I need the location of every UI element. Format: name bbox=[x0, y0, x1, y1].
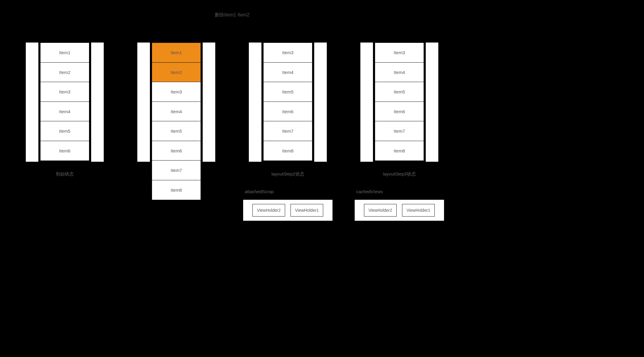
viewholder-chip: ViewHolder1 bbox=[402, 204, 435, 217]
list-item: Item7 bbox=[263, 121, 312, 141]
list-item: Item3 bbox=[40, 82, 89, 102]
list-item: Item5 bbox=[40, 121, 89, 141]
list-item: Item2 bbox=[40, 62, 89, 82]
columns-row: Item1Item2Item3Item4Item5Item6初始状态Item1I… bbox=[0, 12, 464, 221]
viewholder-chip: ViewHolder2 bbox=[252, 204, 285, 217]
list-item: Item1 bbox=[152, 43, 201, 63]
state-column: Item3Item4Item5Item6Item7Item8layoutStep… bbox=[247, 43, 328, 221]
viewport-rail-left bbox=[360, 43, 373, 162]
list-viewport: Item3Item4Item5Item6Item7Item8 bbox=[360, 43, 438, 162]
diagram-canvas: 删除Item1 Item2 Item1Item2Item3Item4Item5I… bbox=[0, 0, 464, 258]
cache-bucket-label: cachedVIews bbox=[354, 189, 444, 194]
cache-bucket: cachedVIewsViewHolder2ViewHolder1 bbox=[354, 189, 444, 221]
list-item: Item6 bbox=[263, 102, 312, 122]
viewport-rail-right bbox=[91, 43, 104, 162]
list-item: Item7 bbox=[152, 160, 201, 180]
diagram-title: 删除Item1 Item2 bbox=[0, 12, 464, 18]
list-item: Item6 bbox=[375, 102, 424, 122]
list-item: Item5 bbox=[263, 82, 312, 102]
column-caption: layoutStep2状态 bbox=[271, 171, 304, 177]
item-list: Item1Item2Item3Item4Item5Item6Item7Item8 bbox=[152, 43, 201, 200]
list-item: Item7 bbox=[375, 121, 424, 141]
cache-bucket-label: attachedScrap bbox=[243, 189, 333, 194]
list-item: Item3 bbox=[375, 43, 424, 63]
viewport-rail-right bbox=[314, 43, 327, 162]
cache-bucket: attachedScrapViewHolder2ViewHolder1 bbox=[243, 189, 333, 221]
column-caption: layoutStep3状态 bbox=[383, 171, 416, 177]
item-list: Item3Item4Item5Item6Item7Item8 bbox=[263, 43, 312, 161]
list-item: Item4 bbox=[152, 102, 201, 122]
cache-bucket-box: ViewHolder2ViewHolder1 bbox=[243, 199, 333, 221]
list-item: Item2 bbox=[152, 62, 201, 82]
list-item: Item5 bbox=[375, 82, 424, 102]
list-viewport: Item1Item2Item3Item4Item5Item6Item7Item8 bbox=[137, 43, 215, 162]
list-item: Item8 bbox=[375, 141, 424, 161]
column-caption: 初始状态 bbox=[56, 171, 74, 177]
list-item: Item4 bbox=[263, 62, 312, 82]
list-item: Item3 bbox=[152, 82, 201, 102]
list-viewport: Item1Item2Item3Item4Item5Item6 bbox=[26, 43, 104, 162]
viewholder-chip: ViewHolder1 bbox=[291, 204, 323, 217]
list-viewport: Item3Item4Item5Item6Item7Item8 bbox=[249, 43, 327, 162]
viewport-rail-right bbox=[426, 43, 438, 162]
list-item: Item8 bbox=[152, 180, 201, 200]
state-column: Item1Item2Item3Item4Item5Item6Item7Item8… bbox=[136, 43, 217, 173]
viewport-rail-left bbox=[26, 43, 38, 162]
state-column: Item3Item4Item5Item6Item7Item8layoutStep… bbox=[359, 43, 440, 221]
list-item: Item4 bbox=[375, 62, 424, 82]
list-item: Item6 bbox=[152, 141, 201, 161]
list-item: Item8 bbox=[263, 141, 312, 161]
viewholder-chip: ViewHolder2 bbox=[364, 204, 397, 217]
item-list: Item3Item4Item5Item6Item7Item8 bbox=[375, 43, 424, 161]
list-item: Item4 bbox=[40, 102, 89, 122]
viewport-rail-right bbox=[203, 43, 215, 162]
list-item: Item5 bbox=[152, 121, 201, 141]
list-item: Item1 bbox=[40, 43, 89, 63]
cache-bucket-box: ViewHolder2ViewHolder1 bbox=[354, 199, 444, 221]
item-list: Item1Item2Item3Item4Item5Item6 bbox=[40, 43, 89, 161]
state-column: Item1Item2Item3Item4Item5Item6初始状态 bbox=[24, 43, 105, 177]
viewport-rail-left bbox=[137, 43, 150, 162]
list-item: Item3 bbox=[263, 43, 312, 63]
viewport-rail-left bbox=[249, 43, 261, 162]
list-item: Item6 bbox=[40, 141, 89, 161]
